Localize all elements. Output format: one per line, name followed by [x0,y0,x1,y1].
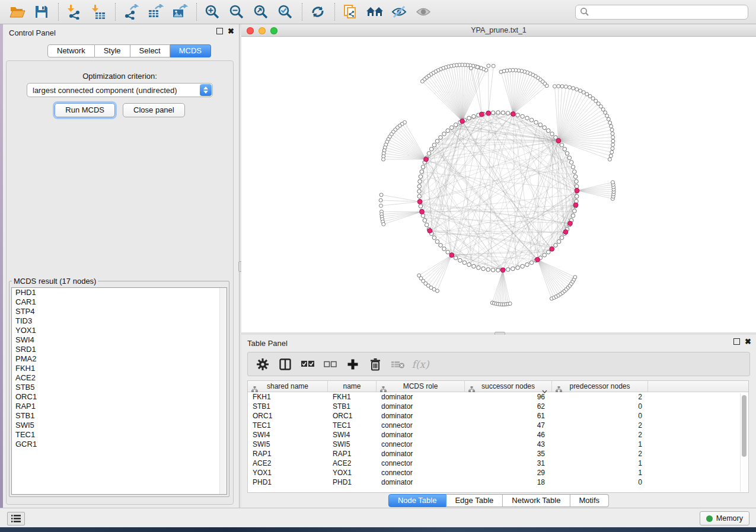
table-row[interactable]: SWI4SWI4dominator462 [248,430,748,440]
table-row[interactable]: STB1STB1dominator620 [248,402,748,411]
mcds-result-item[interactable]: SWI4 [12,335,227,345]
column-header-shared-name[interactable]: shared name [248,381,328,392]
table-row[interactable]: ACE2ACE2connector311 [248,459,748,468]
cell-name[interactable]: FKH1 [328,392,377,402]
column-header-mcds-role[interactable]: MCDS role [377,381,465,392]
cell-successor-nodes[interactable]: 46 [465,430,552,440]
tab-mcds[interactable]: MCDS [170,44,211,57]
tab-network-table[interactable]: Network Table [503,494,570,507]
cell-shared-name[interactable]: SWI5 [248,440,328,449]
table-settings-gear-icon[interactable] [255,357,270,372]
mcds-result-item[interactable]: FKH1 [12,364,227,373]
save-session-icon[interactable] [33,3,50,21]
mcds-result-item[interactable]: SWI5 [12,421,227,430]
table-vertical-scrollbar[interactable] [740,393,747,492]
mcds-result-item[interactable]: STP4 [12,307,227,316]
hide-selected-icon[interactable] [390,3,408,21]
select-all-columns-icon[interactable] [300,357,315,372]
cell-name[interactable]: STB1 [328,402,377,411]
cell-predecessor-nodes[interactable]: 0 [552,411,648,421]
cell-predecessor-nodes[interactable]: 2 [552,430,648,440]
table-row[interactable]: SWI5SWI5connector431 [248,440,748,449]
import-network-icon[interactable] [65,3,83,21]
network-window-titlebar[interactable]: YPA_prune.txt_1 [241,24,756,37]
cell-name[interactable]: ACE2 [328,459,377,468]
tab-motifs[interactable]: Motifs [570,494,609,507]
zoom-fit-icon[interactable] [252,3,270,21]
show-column-panel-icon[interactable] [277,357,293,372]
import-table-icon[interactable] [90,3,107,21]
table-row[interactable]: FKH1FKH1dominator962 [248,392,748,402]
memory-button[interactable]: Memory [700,511,749,525]
create-column-plus-icon[interactable] [345,357,361,372]
tab-edge-table[interactable]: Edge Table [446,494,503,507]
cell-predecessor-nodes[interactable]: 2 [552,392,648,402]
mcds-result-item[interactable]: STB5 [12,383,227,392]
cell-mcds-role[interactable]: dominator [377,411,465,421]
close-panel-icon[interactable]: ✖ [228,28,234,34]
cell-shared-name[interactable]: PHD1 [248,477,328,487]
mcds-result-item[interactable]: PMA2 [12,354,227,364]
table-row[interactable]: PHD1PHD1dominator180 [248,477,748,487]
close-panel-button[interactable]: Close panel [123,103,185,117]
cell-successor-nodes[interactable]: 43 [465,440,552,449]
cell-mcds-role[interactable]: connector [377,421,465,430]
cell-successor-nodes[interactable]: 35 [465,449,552,459]
export-network-icon[interactable] [122,3,140,21]
cell-shared-name[interactable]: ACE2 [248,459,328,468]
cell-mcds-role[interactable]: dominator [377,449,465,459]
cell-mcds-role[interactable]: connector [377,468,465,477]
cell-mcds-role[interactable]: dominator [377,392,465,402]
network-canvas[interactable] [241,37,756,332]
table-row[interactable]: RAP1RAP1dominator352 [248,449,748,459]
first-neighbors-icon[interactable] [366,3,384,21]
mcds-result-list[interactable]: PHD1CAR1STP4TID3YOX1SWI4SRD1PMA2FKH1ACE2… [11,287,227,495]
cell-shared-name[interactable]: FKH1 [248,392,328,402]
criterion-dropdown[interactable]: largest connected component (undirected) [27,83,213,97]
mcds-result-item[interactable]: YOX1 [12,326,227,335]
cell-shared-name[interactable]: YOX1 [248,468,328,477]
mcds-result-item[interactable]: RAP1 [12,402,227,411]
zoom-selected-icon[interactable] [276,3,294,21]
tab-network[interactable]: Network [47,44,95,57]
tab-node-table[interactable]: Node Table [388,494,446,507]
cell-shared-name[interactable]: RAP1 [248,449,328,459]
cell-successor-nodes[interactable]: 62 [465,402,552,411]
tab-style[interactable]: Style [95,44,130,57]
cell-predecessor-nodes[interactable]: 1 [552,459,648,468]
cell-mcds-role[interactable]: connector [377,440,465,449]
cell-shared-name[interactable]: ORC1 [248,411,328,421]
cell-predecessor-nodes[interactable]: 2 [552,449,648,459]
export-table-icon[interactable] [146,3,164,21]
table-row[interactable]: TEC1TEC1connector472 [248,421,748,430]
search-input[interactable] [589,5,748,18]
mcds-result-item[interactable]: CAR1 [12,297,227,307]
mcds-result-item[interactable]: STB1 [12,411,227,421]
float-panel-icon[interactable] [216,28,223,34]
column-header-successor-nodes[interactable]: successor nodes [465,381,552,392]
cell-mcds-role[interactable]: dominator [377,402,465,411]
show-all-icon[interactable] [414,3,432,21]
cell-successor-nodes[interactable]: 31 [465,459,552,468]
scrollbar-thumb[interactable] [742,395,747,457]
column-header-predecessor-nodes[interactable]: predecessor nodes [552,381,648,392]
apply-layout-icon[interactable] [309,3,327,21]
mcds-result-item[interactable]: ORC1 [12,392,227,402]
cell-successor-nodes[interactable]: 18 [465,477,552,487]
mcds-result-item[interactable]: TEC1 [12,430,227,440]
close-panel-icon[interactable]: ✖ [745,338,751,345]
cell-name[interactable]: SWI4 [328,430,377,440]
cell-shared-name[interactable]: TEC1 [248,421,328,430]
unselect-all-columns-icon[interactable] [323,357,338,372]
mcds-result-item[interactable]: SRD1 [12,345,227,354]
cell-mcds-role[interactable]: connector [377,459,465,468]
cell-name[interactable]: TEC1 [328,421,377,430]
cell-successor-nodes[interactable]: 96 [465,392,552,402]
task-history-button[interactable] [7,512,25,525]
table-row[interactable]: ORC1ORC1dominator610 [248,411,748,421]
cell-predecessor-nodes[interactable]: 0 [552,402,648,411]
mcds-list-scrollbar[interactable] [219,288,227,494]
cell-name[interactable]: PHD1 [328,477,377,487]
cell-successor-nodes[interactable]: 29 [465,468,552,477]
mcds-result-item[interactable]: PHD1 [12,288,227,297]
